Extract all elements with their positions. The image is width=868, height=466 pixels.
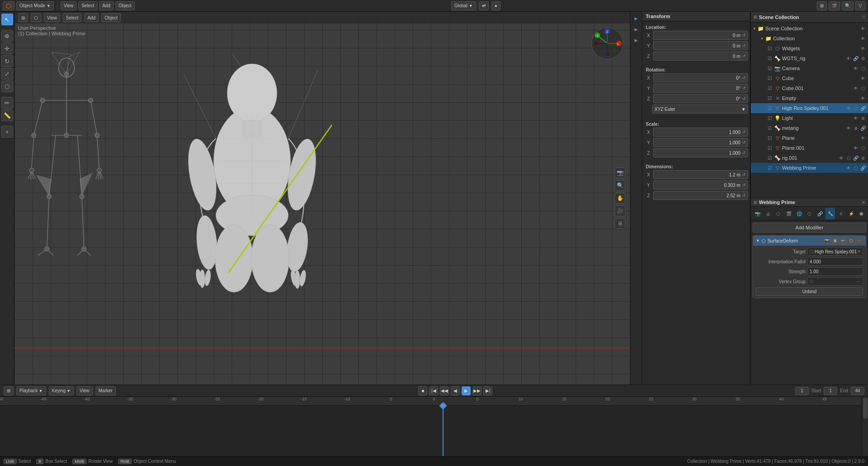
props-world-icon[interactable]: 🌐 xyxy=(794,208,804,219)
dim-z-reset[interactable]: ↺ xyxy=(742,193,746,198)
rig001-extra2[interactable]: 🔗 xyxy=(853,156,859,161)
outliner-item-wgts-rig[interactable]: ☑ 🦴 WGTS_rig 👁 🔗 ⚙ xyxy=(751,53,868,63)
modifier-vgroup-value[interactable]: ⬡ ↔ xyxy=(807,277,863,285)
props-render-icon[interactable]: 📷 xyxy=(753,208,762,219)
playback-play[interactable]: ▶ xyxy=(462,386,471,395)
start-frame-input[interactable]: 1 xyxy=(824,387,837,395)
webbing-extra1[interactable]: ⬡ xyxy=(853,166,859,171)
outliner-item-scene-collection[interactable]: ▼ 📁 Scene Collection 👁 xyxy=(751,24,868,33)
add-tool[interactable]: + xyxy=(1,126,13,138)
object-menu[interactable]: Object xyxy=(115,1,135,10)
measure-tool[interactable]: 📏 xyxy=(1,109,13,121)
props-scene-icon[interactable]: 🎬 xyxy=(784,208,793,219)
collection-eye[interactable]: 👁 xyxy=(860,36,866,41)
outliner-item-empty[interactable]: ☑ ✕ Empty 👁 xyxy=(751,93,868,103)
zoom-icon[interactable]: 🔍 xyxy=(615,180,625,191)
plane001-extra[interactable]: ⬡ xyxy=(860,146,866,151)
view-menu-timeline[interactable]: View xyxy=(76,386,93,395)
scale-z-reset[interactable]: ↺ xyxy=(742,151,746,155)
blender-menu[interactable]: ⬡ xyxy=(3,1,14,10)
location-x-input[interactable]: 0 m ↺ xyxy=(653,31,748,40)
camera-checkbox[interactable]: ☑ xyxy=(767,66,773,71)
metarig-extra1[interactable]: ⊕ xyxy=(853,126,859,131)
playback-stop[interactable]: ■ xyxy=(418,386,427,395)
dim-x-reset[interactable]: ↺ xyxy=(742,172,746,177)
spidey-checkbox[interactable]: ☑ xyxy=(767,105,773,111)
transform-gizmo[interactable]: ⇄ xyxy=(479,1,489,10)
dim-z-input[interactable]: 2.52 m ↺ xyxy=(653,191,748,200)
search[interactable]: 🔍 xyxy=(842,1,854,10)
props-viewlayer-icon[interactable]: ⬡ xyxy=(773,208,783,219)
tool-tool[interactable]: ▶ xyxy=(631,24,641,34)
cube-checkbox[interactable]: ☑ xyxy=(767,76,773,81)
widgets-eye[interactable]: 👁 xyxy=(860,46,866,51)
current-frame-input[interactable]: 1 xyxy=(795,387,809,395)
add-menu[interactable]: Add xyxy=(99,1,114,10)
outliner-item-high-res-spidey[interactable]: ☑ ▽ High Res Spidey.001 👁 ⬡ 🔗 xyxy=(751,103,868,113)
viewport-object-menu[interactable]: Object xyxy=(101,13,121,22)
annotate-tool[interactable]: ✏ xyxy=(1,97,13,109)
metarig-eye[interactable]: 👁 xyxy=(845,126,852,131)
rotation-x-input[interactable]: 0° ↺ xyxy=(653,73,748,82)
plane001-checkbox[interactable]: ☑ xyxy=(767,145,773,151)
scale-x-input[interactable]: 1.000 ↺ xyxy=(653,128,748,137)
rig001-checkbox[interactable]: ☑ xyxy=(767,155,773,161)
webbing-eye[interactable]: 👁 xyxy=(845,166,852,171)
metarig-checkbox[interactable]: ☑ xyxy=(767,125,773,131)
transform-tool[interactable]: ⬡ xyxy=(1,81,13,92)
editor-type[interactable]: ⊞ xyxy=(817,1,827,10)
collection-arrow[interactable]: ▼ xyxy=(760,37,764,41)
scrollbar-handle[interactable] xyxy=(863,398,868,418)
metarig-extra2[interactable]: 🔗 xyxy=(860,126,866,131)
cube001-extra[interactable]: ⬡ xyxy=(860,86,866,91)
cube001-eye[interactable]: 👁 xyxy=(853,86,859,91)
location-y-input[interactable]: 0 m ↺ xyxy=(653,41,748,50)
spidey-extra2[interactable]: 🔗 xyxy=(860,106,866,111)
playback-jump-end[interactable]: ▶| xyxy=(483,386,492,395)
viewport-perspective[interactable]: ⬡ xyxy=(31,13,41,22)
modifier-close[interactable]: ✕ xyxy=(862,200,865,205)
dim-y-input[interactable]: 0.303 m ↺ xyxy=(653,181,748,190)
view-menu[interactable]: View xyxy=(61,1,77,10)
wgts-rig-eye[interactable]: 👁 xyxy=(845,56,852,61)
light-checkbox[interactable]: ☑ xyxy=(767,115,773,121)
modifier-expand-arrow[interactable]: ▼ xyxy=(756,238,760,243)
rotation-z-reset[interactable]: ↺ xyxy=(742,96,746,101)
props-material-icon[interactable]: ⬟ xyxy=(857,208,866,219)
empty-checkbox[interactable]: ☑ xyxy=(767,95,773,101)
rotation-z-input[interactable]: 0° ↺ xyxy=(653,94,748,103)
cube-eye[interactable]: 👁 xyxy=(860,76,866,81)
vgroup-pin[interactable]: ↔ xyxy=(857,279,861,284)
outliner-item-plane[interactable]: ☑ ▽ Plane 👁 xyxy=(751,133,868,143)
mod-icon-cam[interactable]: 📷 xyxy=(823,237,830,244)
playback-menu[interactable]: Playback ▼ xyxy=(16,386,46,395)
plane-eye[interactable]: 👁 xyxy=(860,136,866,141)
camera-view-icon[interactable]: 📷 xyxy=(615,167,625,178)
modifier-strength-value[interactable]: 1.00 xyxy=(807,267,863,276)
webbing-checkbox[interactable]: ☑ xyxy=(767,165,773,171)
keying-menu[interactable]: Keying ▼ xyxy=(49,386,74,395)
nav-gizmo[interactable]: X Y Z xyxy=(589,25,625,62)
rotation-x-reset[interactable]: ↺ xyxy=(742,76,746,80)
plane-checkbox[interactable]: ☑ xyxy=(767,135,773,141)
dim-y-reset[interactable]: ↺ xyxy=(742,183,746,187)
playback-jump-start[interactable]: |◀ xyxy=(429,386,438,395)
dim-x-input[interactable]: 1.2 m ↺ xyxy=(653,170,748,179)
end-frame-input[interactable]: 44 xyxy=(851,387,864,395)
viewport-type-icon[interactable]: ⊞ xyxy=(18,13,28,22)
marker-menu[interactable]: Marker xyxy=(95,386,116,395)
cursor-tool[interactable]: ⊕ xyxy=(1,30,13,42)
light-eye[interactable]: 👁 xyxy=(853,116,859,121)
unbind-button[interactable]: Unbind xyxy=(756,287,863,296)
scale-y-input[interactable]: 1.000 ↺ xyxy=(653,138,748,147)
render-icon[interactable]: 🖥 xyxy=(615,218,625,229)
spidey-extra1[interactable]: ⬡ xyxy=(853,106,859,111)
location-z-input[interactable]: 0 m ↺ xyxy=(653,52,748,61)
webbing-extra2[interactable]: 🔗 xyxy=(860,166,866,171)
outliner-item-collection[interactable]: ▼ 📁 Collection 👁 xyxy=(751,33,868,43)
select-menu-top[interactable]: Select xyxy=(78,1,97,10)
mod-icon-render[interactable]: 🖥 xyxy=(831,237,839,244)
scene-collection-arrow[interactable]: ▼ xyxy=(753,27,756,31)
outliner-item-rig001[interactable]: ☑ 🦴 rig.001 👁 ⬡ 🔗 ⊕ xyxy=(751,153,868,163)
props-modifiers-icon[interactable]: 🔧 xyxy=(825,208,835,219)
